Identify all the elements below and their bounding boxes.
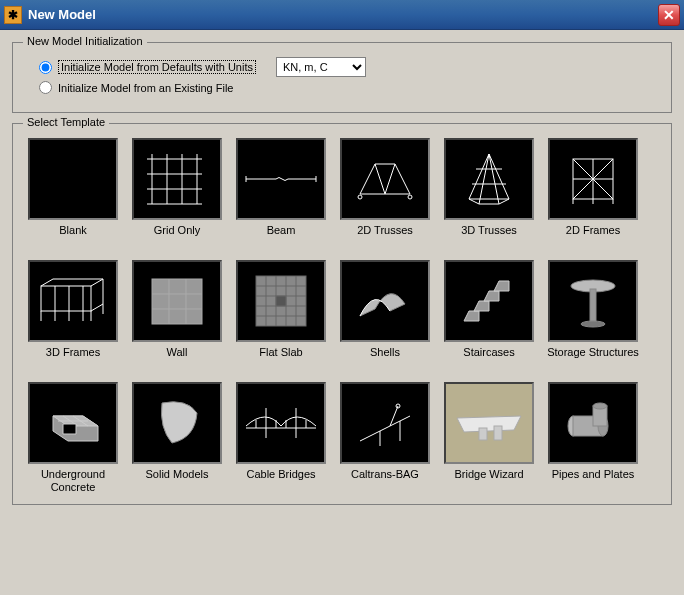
svg-line-39 [41,279,53,286]
svg-rect-73 [590,289,596,324]
template-label: Blank [59,224,87,252]
window-title: New Model [28,7,658,22]
svg-marker-94 [457,416,521,432]
truss2d-icon [350,154,420,204]
svg-marker-80 [63,424,76,434]
wall-icon [147,274,207,329]
template-3d-trusses[interactable]: 3D Trusses [443,138,535,252]
radio-defaults[interactable] [39,61,52,74]
template-solid-models[interactable]: Solid Models [131,382,223,496]
cable-icon [241,398,321,448]
svg-line-23 [489,154,499,204]
svg-marker-70 [484,291,499,301]
template-shells[interactable]: Shells [339,260,431,374]
storage-icon [563,271,623,331]
svg-line-20 [469,154,489,199]
svg-marker-71 [494,281,509,291]
svg-line-17 [385,164,395,194]
template-3d-frames[interactable]: 3D Frames [27,260,119,374]
svg-point-18 [358,195,362,199]
template-caltrans-thumb [340,382,430,464]
svg-point-74 [581,321,605,327]
close-button[interactable]: ✕ [658,4,680,26]
template-label: Staircases [463,346,514,374]
app-icon: ✱ [4,6,22,24]
radio-row-existing: Initialize Model from an Existing File [27,81,657,94]
bridge-icon [449,398,529,448]
template-label: Underground Concrete [27,468,119,496]
template-flat-slab[interactable]: Flat Slab [235,260,327,374]
template-blank[interactable]: Blank [27,138,119,252]
svg-line-27 [499,199,509,204]
svg-marker-68 [464,311,479,321]
titlebar: ✱ New Model ✕ [0,0,684,30]
template-2d-frames-thumb [548,138,638,220]
template-solid-models-thumb [132,382,222,464]
beam-icon [241,169,321,189]
svg-rect-53 [152,279,202,324]
template-label: 3D Frames [46,346,100,374]
svg-line-88 [360,426,390,441]
template-3d-trusses-thumb [444,138,534,220]
templates-grid: Blank Grid Only [27,134,657,496]
template-underground-thumb [28,382,118,464]
template-shells-thumb [340,260,430,342]
svg-line-22 [479,154,489,204]
template-2d-frames[interactable]: 2D Frames [547,138,639,252]
template-beam[interactable]: Beam [235,138,327,252]
svg-point-101 [593,403,607,409]
frame2d-icon [558,149,628,209]
svg-marker-69 [474,301,489,311]
template-2d-trusses[interactable]: 2D Trusses [339,138,431,252]
template-beam-thumb [236,138,326,220]
template-cable-bridges-thumb [236,382,326,464]
radio-defaults-label: Initialize Model from Defaults with Unit… [58,60,256,74]
template-label: Flat Slab [259,346,302,374]
svg-rect-95 [479,428,487,440]
template-label: Grid Only [154,224,200,252]
template-blank-thumb [28,138,118,220]
template-label: Shells [370,346,400,374]
template-underground[interactable]: Underground Concrete [27,382,119,496]
svg-line-15 [395,164,410,194]
svg-line-41 [91,304,103,311]
template-2d-trusses-thumb [340,138,430,220]
template-cable-bridges[interactable]: Cable Bridges [235,382,327,496]
radio-existing[interactable] [39,81,52,94]
initialization-group: New Model Initialization Initialize Mode… [12,42,672,113]
template-bridge-wizard-thumb [444,382,534,464]
template-label: Bridge Wizard [454,468,523,496]
dialog-content: New Model Initialization Initialize Mode… [0,30,684,595]
template-label: Pipes and Plates [552,468,635,496]
templates-group-title: Select Template [23,116,109,128]
template-bridge-wizard[interactable]: Bridge Wizard [443,382,535,496]
svg-point-19 [408,195,412,199]
template-storage-thumb [548,260,638,342]
slab-icon [251,271,311,331]
underground-icon [38,396,108,451]
template-pipes-plates[interactable]: Pipes and Plates [547,382,639,496]
template-label: 2D Frames [566,224,620,252]
template-label: Cable Bridges [246,468,315,496]
template-staircases[interactable]: Staircases [443,260,535,374]
units-select[interactable]: KN, m, C [276,57,366,77]
svg-line-13 [360,164,375,194]
radio-row-defaults: Initialize Model from Defaults with Unit… [27,57,657,77]
template-wall[interactable]: Wall [131,260,223,374]
template-label: Solid Models [146,468,209,496]
template-label: Wall [167,346,188,374]
template-3d-frames-thumb [28,260,118,342]
template-grid-only[interactable]: Grid Only [131,138,223,252]
radio-existing-label: Initialize Model from an Existing File [58,82,233,94]
template-caltrans[interactable]: Caltrans-BAG [339,382,431,496]
solid-icon [147,393,207,453]
initialization-group-title: New Model Initialization [23,35,147,47]
truss3d-icon [454,149,524,209]
shells-icon [350,276,420,326]
svg-rect-96 [494,426,502,440]
template-staircases-thumb [444,260,534,342]
template-grid-only-thumb [132,138,222,220]
frame3d-icon [33,271,113,331]
template-storage[interactable]: Storage Structures [547,260,639,374]
caltrans-icon [350,396,420,451]
